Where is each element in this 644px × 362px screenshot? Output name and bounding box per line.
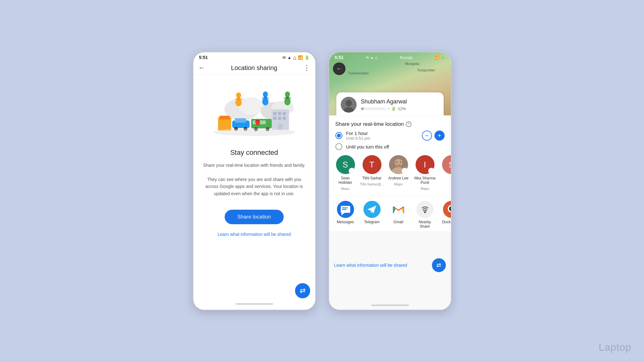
phone1-header: ← Location sharing ⋮ <box>193 61 315 75</box>
map-label-kyrgyzstan: Kyrgyzstan <box>418 68 435 72</box>
status-icons-phone1: ✉ ▲ △ 📶 🔋 <box>282 55 310 60</box>
svg-point-35 <box>346 100 352 106</box>
back-button[interactable]: ← <box>198 64 205 72</box>
radio-label-hour: For 1 hour Until 6:51 pm <box>346 131 418 141</box>
svg-point-28 <box>263 91 268 97</box>
duckduckgo-app-label: DuckDuc... <box>442 220 451 224</box>
alert-icon: △ <box>293 55 296 60</box>
contact-tithi[interactable]: T Tithi Sarkar Tithi.Sarkar@... <box>361 155 383 190</box>
location-icon: ▲ <box>287 55 292 60</box>
maps-badge-andrew: 🗺 <box>402 168 408 174</box>
nearby-share-app-label: Nearby Share <box>414 220 436 229</box>
decrease-time-button[interactable]: − <box>422 131 432 141</box>
contact-itika[interactable]: I 🗺 Itika Sharma Punit Maps <box>414 155 436 190</box>
illustration <box>201 81 308 141</box>
more-options-button[interactable]: ⋮ <box>303 64 310 72</box>
battery-icon: 🔋 <box>304 55 310 60</box>
radio-option-always[interactable]: Until you turn this off <box>335 143 445 150</box>
app-telegram[interactable]: Telegram <box>361 201 383 229</box>
share-location-button[interactable]: Share location <box>225 210 284 224</box>
app-nearby-share[interactable]: Nearby Share <box>414 201 436 229</box>
radio-label-always: Until you turn this off <box>346 144 445 149</box>
contact-avatar-andrew: 🗺 <box>389 155 408 174</box>
svg-rect-6 <box>278 112 281 115</box>
gmail-app-icon <box>390 201 407 218</box>
radio-options: For 1 hour Until 6:51 pm − + Until you t… <box>329 131 451 150</box>
radio-main-text-hour: For 1 hour <box>346 131 418 136</box>
svg-point-31 <box>285 91 290 97</box>
bottom-sheet: Share your real-time location ? For 1 ho… <box>329 115 451 310</box>
app-messages[interactable]: Messages <box>334 201 357 229</box>
map-area: 5:51 ✉ ▲ △ Russia 📶 🔋 ← Turkmenistan Kyr… <box>329 52 451 115</box>
contact-name-tithi: Tithi Sarkar <box>362 176 381 180</box>
user-info-text: Shubham Agarwal • 🔋 12% <box>361 98 437 111</box>
main-title: Stay connected <box>230 149 278 157</box>
user-name: Shubham Agarwal <box>361 98 437 105</box>
battery-percentage: 12% <box>398 106 406 111</box>
help-icon[interactable]: ? <box>406 121 411 127</box>
messages-app-icon <box>337 201 354 218</box>
svg-point-41 <box>400 161 401 163</box>
alert2-icon-p2: △ <box>375 55 377 60</box>
radio-button-hour[interactable] <box>335 132 342 139</box>
contact-sub-andrew: Maps <box>394 182 403 186</box>
phone1: 5:51 ✉ ▲ △ 📶 🔋 ← Location sharing ⋮ <box>193 52 316 310</box>
learn-info-link[interactable]: Learn what information will be shared <box>218 232 291 237</box>
user-avatar <box>341 97 357 113</box>
increase-time-button[interactable]: + <box>434 131 445 141</box>
svg-point-40 <box>396 161 397 163</box>
svg-point-33 <box>213 128 295 136</box>
maps-badge-itika: 🗺 <box>428 168 434 174</box>
phone2: 5:51 ✉ ▲ △ Russia 📶 🔋 ← Turkmenistan Kyr… <box>328 52 452 310</box>
laptop-watermark: Laptop <box>599 342 631 353</box>
contact-andrew[interactable]: 🗺 Andrew Lee Maps <box>387 155 410 190</box>
contact-name-andrew: Andrew Lee <box>388 176 408 180</box>
svg-point-25 <box>236 92 241 98</box>
svg-rect-18 <box>235 118 246 123</box>
battery-icon-small: 🔋 <box>391 107 396 111</box>
telegram-app-label: Telegram <box>364 220 380 224</box>
svg-rect-8 <box>273 117 276 120</box>
battery-fill <box>361 108 364 110</box>
description: Share your real-time location with frien… <box>201 162 308 197</box>
app-duckduckgo[interactable]: DuckDuc... <box>440 201 451 229</box>
phone1-content: Stay connected Share your real-time loca… <box>193 75 315 281</box>
contact-sub-tithi: Tithi.Sarkar@... <box>360 182 384 186</box>
radio-button-always[interactable] <box>335 143 342 150</box>
radio-main-text-always: Until you turn this off <box>346 144 445 149</box>
svg-rect-14 <box>260 120 266 124</box>
svg-point-50 <box>417 201 434 218</box>
contact-s[interactable]: S <box>440 155 451 190</box>
divider-1 <box>329 196 451 196</box>
svg-rect-7 <box>283 112 286 115</box>
time-phone1: 5:51 <box>199 55 208 60</box>
contact-sub-itika: Maps <box>421 187 429 190</box>
fab-button[interactable]: ⇄ <box>295 283 310 298</box>
user-battery: • 🔋 12% <box>361 106 437 111</box>
radio-sub-text-hour: Until 6:51 pm <box>346 136 418 141</box>
learn-info-link-p2[interactable]: Learn what information will be shared <box>334 263 432 268</box>
map-region-label: Russia <box>400 55 412 60</box>
back-button-p2[interactable]: ← <box>333 62 346 75</box>
contact-sean[interactable]: S 🗺 Sean Hollister Maps <box>334 155 357 190</box>
map-label-mongolia: Mongolia <box>405 62 419 66</box>
svg-rect-9 <box>278 117 281 120</box>
messages-app-label: Messages <box>337 220 354 224</box>
user-info-card: Shubham Agarwal • 🔋 12% <box>336 92 444 116</box>
svg-rect-22 <box>220 116 230 120</box>
svg-point-1 <box>239 97 264 115</box>
contact-avatar-itika: I 🗺 <box>416 155 434 174</box>
home-bar <box>235 303 273 305</box>
svg-rect-10 <box>283 117 286 120</box>
radio-option-hour[interactable]: For 1 hour Until 6:51 pm − + <box>335 131 445 141</box>
mail-icon: ✉ <box>282 55 286 60</box>
wifi-icon: 📶 <box>298 55 303 60</box>
contact-name-sean: Sean Hollister <box>334 176 357 185</box>
wifi-icon-p2: 📶 <box>435 55 439 60</box>
alert-icon-p2: ▲ <box>370 55 374 59</box>
fab-button-p2[interactable]: ⇄ <box>432 258 446 272</box>
share-location-title: Share your real-time location ? <box>329 115 451 131</box>
map-label-turkmenistan: Turkmenistan <box>348 71 369 75</box>
maps-badge-sean: 🗺 <box>349 168 355 174</box>
app-gmail[interactable]: Gmail <box>387 201 410 229</box>
